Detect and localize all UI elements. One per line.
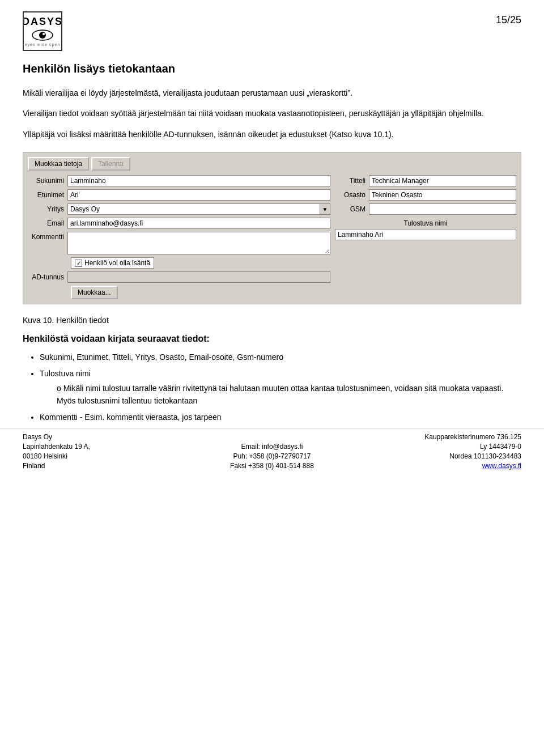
footer-phone: Puh: +358 (0)9-72790717 bbox=[189, 452, 355, 460]
isaanta-checkbox[interactable]: ✓ bbox=[75, 260, 82, 267]
sukunimi-label: Sukunimi bbox=[28, 177, 67, 185]
footer-kauppa: Kaupparekisterinumero 736.125 bbox=[356, 433, 521, 441]
footer-nordea: Nordea 101130-234483 bbox=[356, 452, 521, 460]
logo-tagline: eyes wide open bbox=[25, 43, 61, 46]
tallenna-button[interactable]: Tallenna bbox=[91, 157, 130, 171]
muokkaa-button[interactable]: Muokkaa... bbox=[71, 286, 118, 299]
footer-col-right: Kaupparekisterinumero 736.125 Ly 1443479… bbox=[356, 433, 521, 470]
titteli-input[interactable] bbox=[369, 175, 516, 186]
footer-website-link[interactable]: www.dasys.fi bbox=[356, 462, 521, 470]
footer-fax: Faksi +358 (0) 401-514 888 bbox=[189, 462, 355, 470]
ad-tunnus-row: AD-tunnus bbox=[28, 271, 330, 283]
footer-ly: Ly 1443479-0 bbox=[356, 443, 521, 451]
paragraph-3: Ylläpitäjä voi lisäksi määrittää henkilö… bbox=[23, 128, 521, 141]
yritys-row: Yritys ▼ bbox=[28, 203, 330, 215]
sukunimi-row: Sukunimi bbox=[28, 175, 330, 186]
yritys-label: Yritys bbox=[28, 205, 67, 213]
etunimet-row: Etunimet bbox=[28, 189, 330, 201]
etunimet-input[interactable] bbox=[67, 189, 330, 201]
etunimet-label: Etunimet bbox=[28, 191, 67, 199]
footer-company: Dasys Oy bbox=[23, 433, 188, 441]
tulostuva-nimi-label: Tulostuva nimi bbox=[404, 219, 448, 227]
titteli-label: Titteli bbox=[335, 177, 369, 185]
gsm-label: GSM bbox=[335, 205, 369, 213]
svg-point-1 bbox=[39, 32, 46, 39]
tulostuva-section: Tulostuva nimi bbox=[335, 219, 516, 240]
email-input[interactable] bbox=[67, 218, 330, 229]
osasto-row: Osasto bbox=[335, 189, 516, 201]
person-form: Muokkaa tietoja Tallenna Sukunimi Etunim… bbox=[23, 152, 521, 304]
footer-city: 00180 Helsinki bbox=[23, 452, 188, 460]
titteli-row: Titteli bbox=[335, 175, 516, 186]
page-title: Henkilön lisäys tietokantaan bbox=[23, 62, 521, 75]
section-heading: Henkilöstä voidaan kirjata seuraavat tie… bbox=[23, 334, 521, 344]
gsm-input[interactable] bbox=[369, 203, 516, 215]
ad-tunnus-input[interactable] bbox=[67, 271, 330, 283]
sub-bullet-list: Mikäli nimi tulostuu tarralle väärin riv… bbox=[57, 382, 521, 407]
header: DASYS eyes wide open 15/25 bbox=[23, 11, 521, 51]
form-right: Titteli Osasto GSM Tulostuva nimi bbox=[335, 175, 516, 299]
kommentti-label: Kommentti bbox=[28, 232, 67, 241]
figure-caption: Kuva 10. Henkilön tiedot bbox=[23, 316, 521, 325]
sub-list-item-1: Mikäli nimi tulostuu tarralle väärin riv… bbox=[57, 382, 521, 407]
footer-email: Email: info@dasys.fi bbox=[189, 443, 355, 451]
yritys-dropdown-arrow[interactable]: ▼ bbox=[320, 203, 330, 215]
paragraph-1: Mikäli vierailijaa ei löydy järjestelmäs… bbox=[23, 87, 521, 99]
list-item-kommentti: Kommentti - Esim. kommentit vieraasta, j… bbox=[40, 411, 521, 423]
gsm-row: GSM bbox=[335, 203, 516, 215]
logo-text: DASYS bbox=[23, 16, 62, 28]
osasto-label: Osasto bbox=[335, 191, 369, 199]
osasto-input[interactable] bbox=[369, 189, 516, 201]
muokkaa-tietoja-button[interactable]: Muokkaa tietoja bbox=[28, 157, 89, 171]
isaanta-checkbox-wrapper: ✓ Henkilö voi olla isäntä bbox=[71, 257, 154, 269]
logo-eye-icon bbox=[31, 29, 54, 41]
email-label: Email bbox=[28, 219, 67, 227]
form-toolbar: Muokkaa tietoja Tallenna bbox=[28, 157, 516, 171]
list-item-tulostuva: Tulostuva nimi Mikäli nimi tulostuu tarr… bbox=[40, 367, 521, 407]
footer-empty bbox=[189, 433, 355, 441]
list-item-1: Sukunimi, Etunimet, Titteli, Yritys, Osa… bbox=[40, 351, 521, 363]
footer-col-left: Dasys Oy Lapinlahdenkatu 19 A, 00180 Hel… bbox=[23, 433, 188, 470]
tulostuva-nimi-input[interactable] bbox=[335, 229, 516, 240]
sukunimi-input[interactable] bbox=[67, 175, 330, 186]
email-row: Email bbox=[28, 218, 330, 229]
checkbox-row: ✓ Henkilö voi olla isäntä bbox=[71, 257, 330, 269]
tulostuva-label-row: Tulostuva nimi bbox=[335, 219, 516, 227]
form-body: Sukunimi Etunimet Yritys ▼ bbox=[28, 175, 516, 299]
form-left: Sukunimi Etunimet Yritys ▼ bbox=[28, 175, 330, 299]
muokkaa-row: Muokkaa... bbox=[71, 286, 330, 299]
footer-col-center: Email: info@dasys.fi Puh: +358 (0)9-7279… bbox=[189, 433, 355, 470]
ad-tunnus-label: AD-tunnus bbox=[28, 273, 67, 281]
bullet-list-main: Sukunimi, Etunimet, Titteli, Yritys, Osa… bbox=[40, 351, 521, 423]
isaanta-label: Henkilö voi olla isäntä bbox=[84, 259, 150, 267]
logo-box: DASYS eyes wide open bbox=[23, 11, 62, 51]
yritys-select-wrapper: ▼ bbox=[67, 203, 330, 215]
yritys-input[interactable] bbox=[67, 203, 320, 215]
footer-address1: Lapinlahdenkatu 19 A, bbox=[23, 443, 188, 451]
logo-area: DASYS eyes wide open bbox=[23, 11, 62, 51]
page-number: 15/25 bbox=[496, 11, 521, 26]
footer: Dasys Oy Lapinlahdenkatu 19 A, 00180 Hel… bbox=[0, 428, 544, 474]
svg-point-2 bbox=[42, 33, 45, 35]
footer-country: Finland bbox=[23, 462, 188, 470]
kommentti-row: Kommentti bbox=[28, 232, 330, 254]
kommentti-input[interactable] bbox=[67, 232, 330, 254]
paragraph-2: Vierailijan tiedot voidaan syöttää järje… bbox=[23, 107, 521, 120]
